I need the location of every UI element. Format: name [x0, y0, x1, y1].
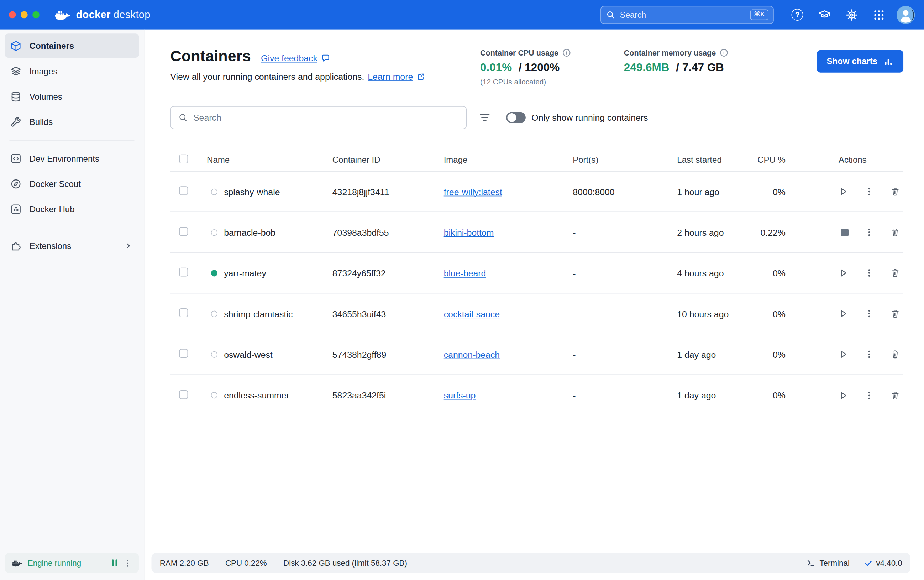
image-link[interactable]: cannon-beach [444, 349, 500, 359]
container-ports: - [573, 227, 677, 237]
show-charts-button[interactable]: Show charts [817, 50, 903, 72]
minimize-window-button[interactable] [21, 11, 28, 18]
terminal-button[interactable]: Terminal [806, 558, 850, 568]
row-menu-button[interactable] [864, 390, 875, 400]
container-name: splashy-whale [224, 186, 280, 196]
search-icon [178, 112, 188, 122]
containers-search[interactable] [170, 106, 467, 129]
row-checkbox[interactable] [179, 349, 188, 358]
filter-button[interactable] [478, 112, 491, 124]
containers-search-input[interactable] [193, 112, 459, 122]
pause-engine-button[interactable] [112, 557, 117, 569]
brand-bold: docker [76, 8, 111, 21]
sidebar-item-volumes[interactable]: Volumes [5, 84, 139, 109]
row-menu-button[interactable] [864, 268, 875, 278]
sidebar-item-images[interactable]: Images [5, 59, 139, 83]
engine-status: Engine running [5, 553, 139, 573]
last-started: 1 hour ago [677, 186, 753, 196]
sidebar-item-docker-scout[interactable]: Docker Scout [5, 171, 139, 196]
help-button[interactable]: ? [788, 5, 807, 24]
dev-environments-icon [10, 152, 22, 164]
image-link[interactable]: cocktail-sauce [444, 309, 500, 319]
memory-usage-block: Container memory usage 249.6MB / 7.47 GB [624, 48, 728, 86]
row-checkbox[interactable] [179, 227, 188, 236]
window-controls [9, 11, 39, 18]
avatar [896, 5, 915, 25]
maximize-window-button[interactable] [32, 11, 39, 18]
memory-usage-label: Container memory usage [624, 48, 716, 57]
row-checkbox[interactable] [179, 390, 188, 399]
row-menu-button[interactable] [864, 186, 875, 197]
last-started: 10 hours ago [677, 309, 753, 319]
sidebar-item-docker-hub[interactable]: Docker Hub [5, 197, 139, 221]
last-started: 2 hours ago [677, 227, 753, 237]
main-content: Containers Give feedback View all your r… [145, 30, 924, 580]
give-feedback-link[interactable]: Give feedback [261, 53, 330, 63]
gear-icon [845, 8, 858, 21]
container-id: 34655h3uif43 [332, 309, 444, 319]
apps-grid-button[interactable] [869, 5, 888, 24]
sidebar-item-builds[interactable]: Builds [5, 110, 139, 134]
column-header-last-started: Last started [677, 155, 753, 164]
settings-button[interactable] [842, 5, 861, 24]
row-menu-button[interactable] [864, 308, 875, 319]
row-checkbox[interactable] [179, 186, 188, 195]
delete-button[interactable] [890, 186, 901, 197]
global-search[interactable]: ⌘K [600, 6, 774, 24]
close-window-button[interactable] [9, 11, 16, 18]
docker-scout-icon [10, 178, 22, 189]
account-menu-button[interactable] [896, 5, 915, 24]
trash-icon [890, 227, 901, 237]
row-checkbox[interactable] [179, 308, 188, 317]
containers-icon [10, 40, 22, 52]
sidebar-item-extensions[interactable]: Extensions [5, 234, 139, 258]
sidebar-item-dev-environments[interactable]: Dev Environments [5, 146, 139, 171]
row-menu-button[interactable] [864, 227, 875, 237]
container-name: endless-summer [224, 390, 289, 400]
cpu-usage-block: Container CPU usage 0.01% / 1200% (12 CP… [480, 48, 571, 86]
running-only-toggle[interactable] [506, 112, 526, 123]
sidebar-item-label: Images [30, 66, 58, 76]
status-dot [211, 310, 217, 317]
table-body: splashy-whale 43218j8jjf3411 free-willy:… [170, 171, 903, 415]
toggle-knob [507, 113, 516, 122]
delete-button[interactable] [890, 390, 901, 400]
engine-menu-button[interactable] [122, 558, 132, 568]
question-icon: ? [791, 9, 803, 21]
learn-more-link[interactable]: Learn more [368, 71, 413, 81]
column-header-ports: Port(s) [573, 155, 677, 164]
sidebar-item-label: Builds [30, 117, 53, 127]
delete-button[interactable] [890, 227, 901, 237]
play-button[interactable] [838, 186, 848, 197]
column-header-name: Name [207, 155, 332, 164]
container-id: 70398a3bdf55 [332, 227, 444, 237]
row-checkbox[interactable] [179, 268, 188, 277]
stop-button[interactable] [841, 229, 849, 236]
play-button[interactable] [838, 390, 848, 400]
global-search-input[interactable] [620, 10, 745, 19]
play-button[interactable] [838, 268, 848, 278]
delete-button[interactable] [890, 349, 901, 359]
sidebar-item-containers[interactable]: Containers [5, 33, 139, 58]
graduation-cap-icon [818, 8, 831, 21]
image-link[interactable]: free-willy:latest [444, 186, 502, 196]
select-all-checkbox[interactable] [179, 154, 188, 163]
learning-center-button[interactable] [815, 5, 834, 24]
image-link[interactable]: surfs-up [444, 390, 476, 400]
image-link[interactable]: blue-beard [444, 268, 486, 278]
table-row: yarr-matey 87324y65ff32 blue-beard - 4 h… [170, 253, 903, 293]
row-menu-button[interactable] [864, 349, 875, 359]
grid-dots-icon [873, 9, 884, 20]
show-charts-label: Show charts [827, 57, 877, 66]
info-icon[interactable] [562, 48, 571, 57]
play-button[interactable] [838, 349, 848, 359]
cpu-allocation-note: (12 CPUs allocated) [480, 78, 571, 86]
column-header-actions: Actions [789, 155, 903, 164]
delete-button[interactable] [890, 268, 901, 278]
play-button[interactable] [838, 308, 848, 319]
info-icon[interactable] [719, 48, 728, 57]
delete-button[interactable] [890, 308, 901, 319]
sidebar-divider [9, 140, 134, 141]
image-link[interactable]: bikini-bottom [444, 227, 494, 237]
cpu-percent: 0% [754, 186, 789, 196]
